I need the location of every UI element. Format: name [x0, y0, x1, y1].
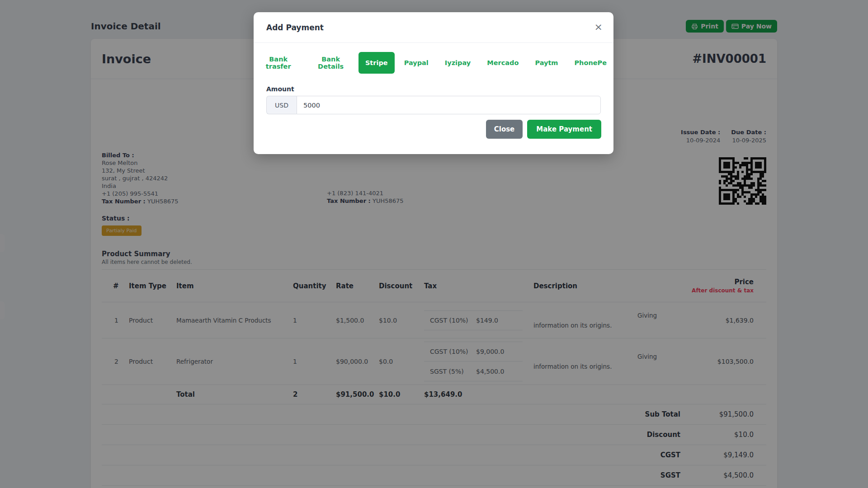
- modal-header: Add Payment ×: [254, 12, 613, 43]
- tab-phonepe[interactable]: PhonePe: [567, 52, 613, 74]
- amount-input[interactable]: [297, 96, 601, 114]
- tab-paytm[interactable]: Paytm: [528, 52, 565, 74]
- close-icon: ×: [594, 21, 603, 33]
- modal-title: Add Payment: [266, 23, 324, 32]
- modal-footer: Close Make Payment: [266, 120, 601, 139]
- amount-label: Amount: [266, 85, 601, 93]
- add-payment-modal: Add Payment × Bank trasfer Bank Details …: [254, 12, 613, 154]
- close-button[interactable]: Close: [486, 120, 523, 139]
- tab-iyzipay[interactable]: Iyzipay: [438, 52, 477, 74]
- tab-stripe[interactable]: Stripe: [359, 52, 395, 74]
- amount-field-group: Amount USD: [266, 85, 601, 114]
- modal-close-button[interactable]: ×: [594, 22, 603, 32]
- tab-bank-transfer[interactable]: Bank trasfer: [254, 52, 303, 74]
- make-payment-button[interactable]: Make Payment: [527, 120, 601, 139]
- currency-prefix: USD: [266, 96, 297, 114]
- tab-bank-details[interactable]: Bank Details: [306, 52, 355, 74]
- tab-mercado[interactable]: Mercado: [480, 52, 525, 74]
- tab-paypal[interactable]: Paypal: [397, 52, 435, 74]
- payment-method-tabs: Bank trasfer Bank Details Stripe Paypal …: [254, 52, 613, 74]
